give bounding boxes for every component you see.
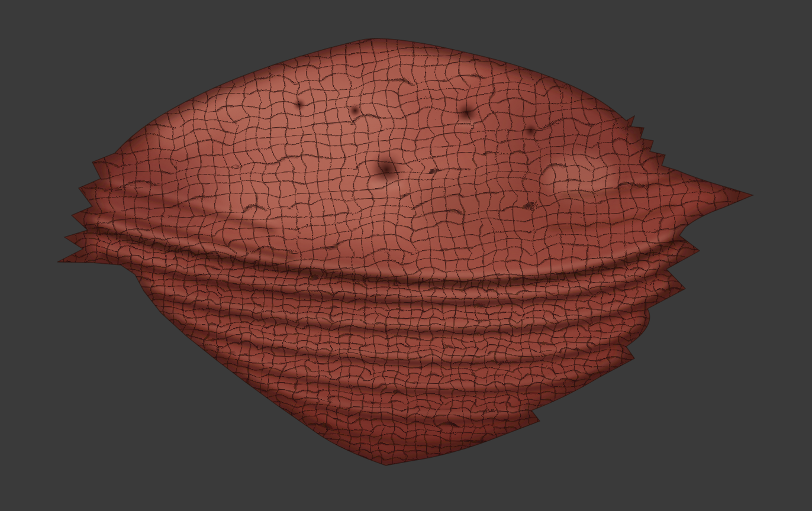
viewport-canvas: [0, 0, 812, 511]
3d-viewport[interactable]: [0, 0, 812, 511]
